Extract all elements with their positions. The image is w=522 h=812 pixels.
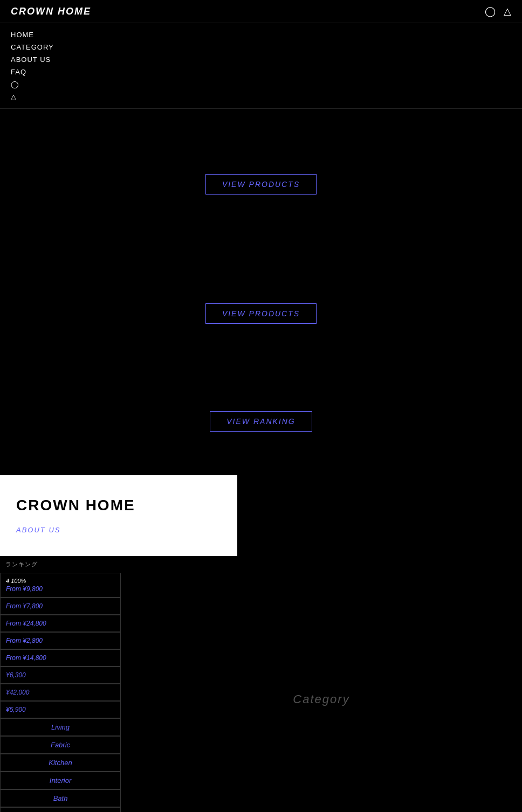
product-item-3[interactable]: From ¥24,800 [0, 615, 121, 632]
product-item-2[interactable]: From ¥7,800 [0, 598, 121, 615]
product-price-4: From ¥2,800 [6, 637, 115, 644]
products-right: Category [121, 556, 522, 812]
user-icon[interactable]: ◯ [485, 5, 496, 17]
product-item-6[interactable]: ¥6,300 [0, 667, 121, 684]
view-products-btn-2[interactable]: VIEW PRODUCTS [205, 303, 317, 324]
product-item-4[interactable]: From ¥2,800 [0, 632, 121, 649]
nav-about[interactable]: ABOUT US [11, 53, 511, 66]
about-title: CROWN HOME [16, 497, 221, 514]
header-logo[interactable]: CROWN HOME [11, 6, 91, 17]
nav-faq[interactable]: FAQ [11, 66, 511, 78]
category-interior[interactable]: Interior [0, 772, 121, 789]
view-ranking-btn[interactable]: VIEW RANKING [210, 411, 312, 432]
category-fabric[interactable]: Fabric [0, 736, 121, 754]
product-item-1[interactable]: 4 100% From ¥9,800 [0, 573, 121, 598]
product-price-2: From ¥7,800 [6, 602, 115, 610]
nav-cart-icon[interactable]: △ [11, 91, 511, 103]
view-products-btn-1[interactable]: VIEW PRODUCTS [205, 174, 317, 195]
nav-category[interactable]: CATEGORY [11, 41, 511, 53]
product-item-5[interactable]: From ¥14,800 [0, 649, 121, 667]
product-price-1: From ¥9,800 [6, 585, 115, 593]
category-kitchen[interactable]: Kitchen [0, 754, 121, 772]
product-price-7: ¥42,000 [6, 689, 115, 696]
about-btn[interactable]: ABOUT US [16, 526, 60, 534]
about-right [237, 475, 522, 556]
mobile-nav: HOME CATEGORY ABOUT US FAQ ◯ △ [0, 23, 522, 109]
category-section-label: Category [293, 692, 349, 706]
section-header: ランキング [0, 556, 121, 573]
nav-home[interactable]: HOME [11, 29, 511, 41]
category-living[interactable]: Living [0, 718, 121, 736]
about-section: CROWN HOME ABOUT US [0, 475, 522, 556]
category-fashion[interactable]: Fashion [0, 807, 121, 812]
hero-section-2: VIEW PRODUCTS [0, 260, 522, 367]
category-bath[interactable]: Bath [0, 789, 121, 807]
header-icons: ◯ △ [485, 5, 511, 17]
hero-section-3: VIEW RANKING [0, 367, 522, 475]
product-price-3: From ¥24,800 [6, 620, 115, 627]
nav-user-icon[interactable]: ◯ [11, 78, 511, 91]
product-item-7[interactable]: ¥42,000 [0, 684, 121, 701]
product-label-1: 4 100% [6, 578, 115, 584]
product-item-8[interactable]: ¥5,900 [0, 701, 121, 718]
hero-section-1: VIEW PRODUCTS [0, 109, 522, 260]
product-price-5: From ¥14,800 [6, 654, 115, 662]
header: CROWN HOME ◯ △ [0, 0, 522, 23]
product-price-8: ¥5,900 [6, 706, 115, 713]
about-left: CROWN HOME ABOUT US [0, 475, 237, 556]
product-price-6: ¥6,300 [6, 671, 115, 679]
cart-icon[interactable]: △ [504, 5, 511, 17]
products-section: ランキング 4 100% From ¥9,800 From ¥7,800 Fro… [0, 556, 522, 812]
products-left: ランキング 4 100% From ¥9,800 From ¥7,800 Fro… [0, 556, 121, 812]
